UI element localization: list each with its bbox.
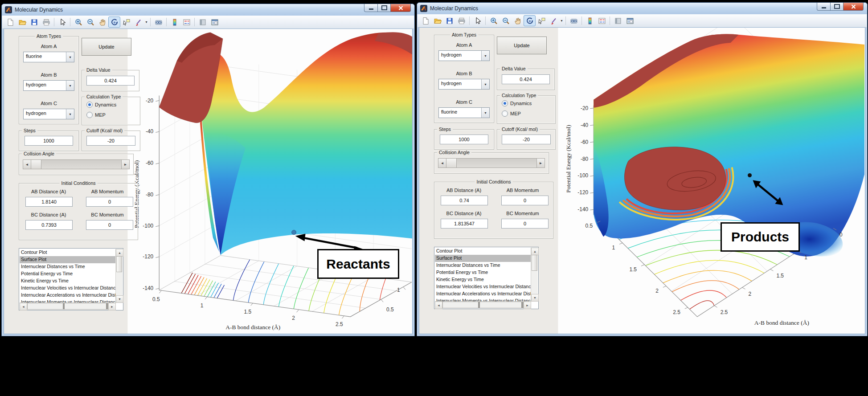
hide-plot-tools-button[interactable] [197, 16, 209, 28]
vertical-scrollbar[interactable]: ▲ ▼ [115, 249, 123, 303]
minimize-button[interactable] [817, 3, 831, 11]
cursor-button[interactable] [471, 15, 483, 26]
ab-distance-field[interactable]: 1.8140 [25, 197, 73, 207]
rotate-3d-button[interactable] [524, 15, 536, 26]
dropdown-arrow-icon[interactable]: ▾ [481, 51, 489, 61]
slider-thumb[interactable] [31, 160, 41, 169]
list-item[interactable]: Internuclear Accelerations vs Internucle… [435, 290, 531, 298]
open-file-button[interactable] [16, 16, 28, 28]
zoom-out-button[interactable] [84, 16, 96, 28]
dropdown-arrow-icon[interactable]: ▾ [481, 79, 489, 89]
list-item[interactable]: Kinetic Energy vs Time [20, 278, 116, 285]
list-item[interactable]: Internuclear Velocities vs Internuclear … [20, 285, 116, 292]
slider-track[interactable] [457, 159, 536, 167]
close-button[interactable] [843, 3, 864, 11]
scrollbar-thumb[interactable] [116, 256, 122, 272]
atom-c-select[interactable]: hydrogen ▾ [23, 109, 74, 119]
vertical-scrollbar[interactable]: ▲ ▼ [531, 248, 538, 302]
scroll-right-icon[interactable]: ► [524, 302, 531, 309]
dropdown-arrow-icon[interactable]: ▾ [66, 52, 74, 62]
list-item[interactable]: Potential Energy vs Time [20, 270, 116, 278]
dynamics-radio[interactable]: Dynamics [86, 102, 116, 108]
atom-a-select[interactable]: fluorine ▾ [23, 52, 74, 62]
insert-colorbar-button[interactable] [168, 16, 180, 28]
insert-legend-button[interactable] [180, 16, 192, 28]
ab-distance-field[interactable]: 0.74 [441, 196, 488, 205]
bc-distance-field[interactable]: 0.7393 [25, 220, 73, 230]
list-item[interactable]: Contour Plot [435, 248, 531, 255]
rotate-3d-button[interactable] [108, 16, 120, 28]
pan-button[interactable] [96, 16, 108, 28]
maximize-button[interactable] [378, 4, 390, 12]
print-button[interactable] [455, 15, 467, 26]
scroll-down-icon[interactable]: ▼ [116, 295, 123, 303]
data-cursor-button[interactable] [536, 15, 548, 26]
atom-a-select[interactable]: hydrogen ▾ [438, 50, 490, 61]
new-file-button[interactable] [419, 15, 431, 26]
dropdown-arrow-icon[interactable]: ▾ [66, 109, 74, 119]
delta-value-field[interactable]: 0.424 [502, 74, 550, 84]
scrollbar-thumb[interactable] [27, 303, 108, 310]
list-item[interactable]: Kinetic Energy vs Time [435, 276, 531, 283]
zoom-in-button[interactable] [72, 16, 84, 28]
mep-radio[interactable]: MEP [502, 110, 521, 117]
steps-field[interactable]: 1000 [440, 135, 488, 144]
new-file-button[interactable] [4, 16, 16, 28]
update-button[interactable]: Update [82, 38, 131, 56]
slider-track[interactable] [41, 160, 121, 169]
zoom-in-button[interactable] [487, 15, 500, 26]
data-cursor-button[interactable] [120, 16, 132, 28]
hide-plot-tools-button[interactable] [612, 15, 624, 26]
scroll-left-icon[interactable]: ◄ [435, 302, 442, 309]
scrollbar-thumb[interactable] [442, 302, 524, 308]
list-item[interactable]: Contour Plot [20, 249, 116, 256]
cursor-button[interactable] [56, 16, 68, 28]
steps-field[interactable]: 1000 [25, 136, 73, 146]
bc-momentum-field[interactable]: 0 [501, 219, 549, 229]
close-button[interactable] [390, 4, 411, 12]
list-item-selected[interactable]: Surface Plot [20, 256, 116, 263]
minimize-button[interactable] [364, 4, 378, 12]
delta-value-field[interactable]: 0.424 [86, 76, 135, 86]
brush-button[interactable] [132, 16, 144, 28]
open-file-button[interactable] [431, 15, 443, 26]
plot-type-listbox[interactable]: Contour Plot Surface Plot Internuclear D… [434, 247, 539, 309]
insert-legend-button[interactable] [596, 15, 608, 26]
dock-figure-button[interactable] [624, 15, 636, 26]
list-item[interactable]: Internuclear Velocities vs Internuclear … [435, 283, 531, 290]
scroll-left-icon[interactable]: ◄ [20, 303, 27, 310]
slider-left-arrow[interactable]: ◄ [438, 159, 446, 167]
maximize-button[interactable] [831, 3, 843, 11]
bc-momentum-field[interactable]: 0 [86, 220, 133, 230]
save-button[interactable] [443, 15, 455, 26]
pan-button[interactable] [512, 15, 524, 26]
slider-thumb[interactable] [446, 159, 457, 167]
collision-angle-slider[interactable]: ◄ ► [23, 159, 130, 169]
atom-b-select[interactable]: hydrogen ▾ [438, 79, 490, 90]
dynamics-radio[interactable]: Dynamics [502, 100, 532, 106]
scrollbar-thumb[interactable] [532, 255, 537, 271]
update-button[interactable]: Update [497, 37, 547, 54]
scroll-down-icon[interactable]: ▼ [531, 294, 539, 302]
titlebar[interactable]: Molecular Dynamics [2, 4, 414, 16]
list-item[interactable]: Potential Energy vs Time [435, 269, 531, 276]
brush-button[interactable] [548, 15, 560, 26]
dropdown-arrow-icon[interactable]: ▾ [66, 81, 74, 90]
cutoff-field[interactable]: -20 [86, 136, 135, 146]
plot-type-listbox[interactable]: Contour Plot Surface Plot Internuclear D… [19, 248, 123, 310]
ab-momentum-field[interactable]: 0 [86, 197, 133, 207]
collision-angle-slider[interactable]: ◄ ► [438, 158, 545, 168]
slider-left-arrow[interactable]: ◄ [23, 160, 31, 169]
list-item[interactable]: Internuclear Accelerations vs Internucle… [20, 292, 116, 299]
insert-colorbar-button[interactable] [584, 15, 596, 26]
ab-momentum-field[interactable]: 0 [501, 196, 549, 205]
titlebar[interactable]: Molecular Dynamics [417, 3, 867, 14]
dock-figure-button[interactable] [209, 16, 221, 28]
brush-dropdown-icon[interactable]: ▾ [144, 20, 148, 24]
zoom-out-button[interactable] [500, 15, 512, 26]
dropdown-arrow-icon[interactable]: ▾ [481, 108, 489, 118]
save-button[interactable] [28, 16, 40, 28]
print-button[interactable] [40, 16, 52, 28]
list-item-selected[interactable]: Surface Plot [435, 255, 531, 262]
scroll-right-icon[interactable]: ► [108, 303, 116, 310]
